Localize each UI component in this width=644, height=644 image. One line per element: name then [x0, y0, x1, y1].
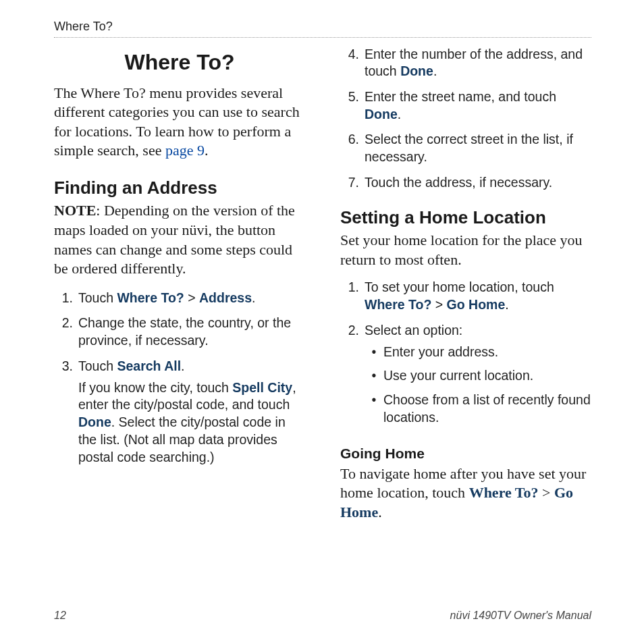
btn-search-all: Search All	[117, 358, 181, 373]
column-left: Where To? The Where To? menu provides se…	[54, 46, 305, 532]
step-num: 3.	[54, 358, 78, 466]
link-page-9[interactable]: page 9	[165, 142, 205, 159]
btn-where-to: Where To?	[469, 484, 539, 501]
home-intro: Set your home location for the place you…	[340, 231, 591, 269]
step-2: 2. Change the state, the country, or the…	[54, 315, 305, 349]
btn-done: Done	[400, 63, 433, 78]
btn-done: Done	[78, 414, 111, 429]
t: To set your home location, touch	[365, 279, 554, 294]
btn-where-to: Where To?	[117, 290, 184, 305]
step-6: 6. Select the correct street in the list…	[340, 131, 591, 165]
bullet-text: Choose from a list of recently found loc…	[383, 392, 591, 426]
bullet-item: •Choose from a list of recently found lo…	[365, 392, 591, 426]
btn-where-to: Where To?	[365, 297, 431, 312]
page-number: 12	[54, 609, 66, 622]
t: .	[378, 504, 382, 520]
t: .	[252, 290, 255, 305]
step-num: 2.	[340, 322, 365, 433]
t: .	[433, 63, 437, 78]
breadcrumb: Where To?	[54, 19, 591, 38]
going-home-paragraph: To navigate home after you have set your…	[340, 464, 591, 522]
steps-finding-address: 1. Touch Where To? > Address. 2. Change …	[54, 290, 305, 466]
intro-paragraph: The Where To? menu provides several diff…	[54, 84, 305, 161]
manual-title: nüvi 1490TV Owner's Manual	[450, 609, 591, 622]
step-num: 6.	[340, 131, 365, 165]
btn-done: Done	[365, 107, 398, 122]
note-label: NOTE	[54, 202, 96, 219]
t: Touch	[78, 290, 117, 305]
step-text: Touch the address, if necessary.	[365, 174, 591, 192]
note-paragraph: NOTE: Depending on the version of the ma…	[54, 201, 305, 278]
t: .	[505, 297, 508, 312]
intro-text-end: .	[205, 142, 209, 159]
bullet-icon: •	[365, 367, 383, 385]
heading-finding-address: Finding an Address	[54, 177, 305, 199]
sep: >	[539, 484, 554, 501]
sep: >	[184, 290, 199, 305]
step-num: 2.	[54, 315, 78, 349]
home-step-2: 2. Select an option: •Enter your address…	[340, 322, 591, 433]
step-1: 1. Touch Where To? > Address.	[54, 290, 305, 307]
step-num: 1.	[54, 290, 78, 307]
t: Enter the number of the address, and tou…	[365, 47, 583, 79]
sep: >	[431, 297, 446, 312]
step-3: 3. Touch Search All. If you know the cit…	[54, 358, 305, 466]
t: .	[181, 358, 184, 373]
step-4: 4. Enter the number of the address, and …	[340, 46, 591, 80]
bullet-item: •Enter your address.	[365, 344, 591, 361]
step-5: 5. Enter the street name, and touch Done…	[340, 88, 591, 123]
t: If you know the city, touch	[78, 380, 232, 395]
bullet-text: Enter your address.	[383, 344, 498, 361]
steps-setting-home: 1. To set your home location, touch Wher…	[340, 279, 591, 433]
step-num: 1.	[340, 279, 365, 313]
step-num: 7.	[340, 174, 365, 192]
step-num: 4.	[340, 46, 365, 80]
home-step-1: 1. To set your home location, touch Wher…	[340, 279, 591, 313]
step-text: Select the correct street in the list, i…	[365, 131, 591, 165]
option-bullets: •Enter your address. •Use your current l…	[365, 344, 591, 427]
heading-going-home: Going Home	[340, 445, 591, 462]
t: Touch	[78, 358, 117, 373]
bullet-text: Use your current location.	[383, 367, 533, 385]
heading-setting-home: Setting a Home Location	[340, 207, 591, 229]
step-text: Select an option:	[365, 323, 462, 338]
bullet-item: •Use your current location.	[365, 367, 591, 385]
btn-spell-city: Spell City	[232, 380, 292, 395]
step-7: 7. Touch the address, if necessary.	[340, 174, 591, 192]
btn-address: Address	[199, 290, 252, 305]
step-3-sub: If you know the city, touch Spell City, …	[78, 379, 305, 466]
step-text: Change the state, the country, or the pr…	[78, 315, 305, 349]
t: Enter the street name, and touch	[365, 89, 556, 104]
bullet-icon: •	[365, 344, 383, 361]
page-footer: 12 nüvi 1490TV Owner's Manual	[54, 609, 591, 622]
column-right: 4. Enter the number of the address, and …	[340, 46, 591, 532]
t: .	[398, 107, 401, 122]
page-title: Where To?	[54, 49, 305, 76]
bullet-icon: •	[365, 392, 383, 426]
step-num: 5.	[340, 88, 365, 123]
btn-go-home: Go Home	[447, 297, 506, 312]
steps-finding-address-cont: 4. Enter the number of the address, and …	[340, 46, 591, 192]
